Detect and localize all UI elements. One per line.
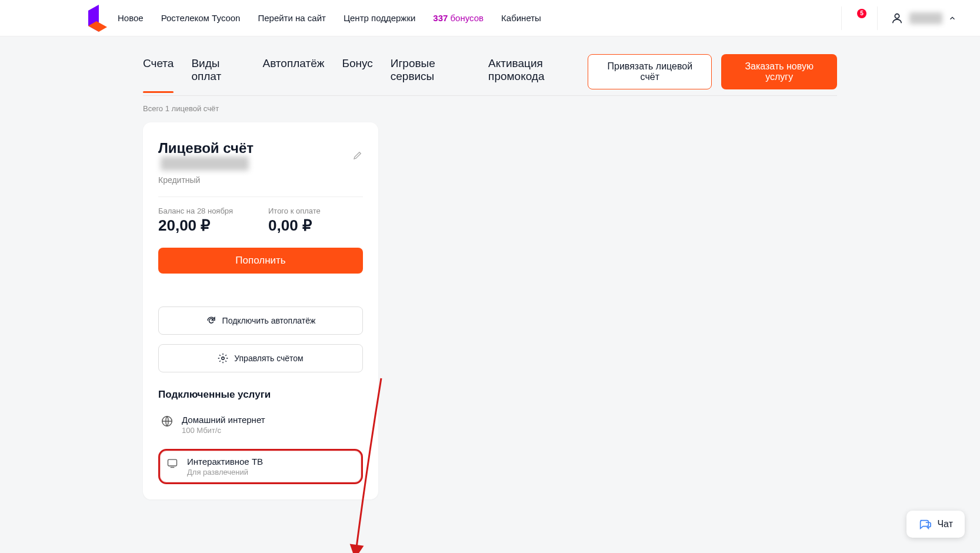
tabs-row: Счета Виды оплат Автоплатёж Бонус Игровы…: [143, 36, 837, 96]
chevron-up-icon: [948, 14, 956, 22]
notifications-button[interactable]: 5: [841, 6, 878, 30]
user-icon: [891, 12, 904, 25]
card-title-prefix: Лицевой счёт: [158, 140, 254, 156]
nav-support[interactable]: Центр поддержки: [344, 13, 415, 23]
connect-autopay-button[interactable]: Подключить автоплатёж: [158, 307, 363, 335]
topup-button[interactable]: Пополнить: [158, 248, 363, 274]
manage-account-label: Управлять счётом: [234, 354, 303, 363]
globe-icon: [161, 415, 174, 428]
card-title: Лицевой счёт: [158, 140, 348, 173]
logo[interactable]: [88, 5, 107, 32]
profile-menu[interactable]: [891, 12, 956, 25]
bonus-count: 337: [433, 13, 448, 23]
balance-block: Баланс на 28 ноября 20,00 ₽: [158, 206, 233, 235]
top-right: 5: [841, 6, 956, 30]
gear-icon: [218, 353, 228, 364]
chat-icon: [918, 518, 931, 531]
tab-promo[interactable]: Активация промокода: [488, 57, 588, 92]
service-internet[interactable]: Домашний интернет 100 Мбит/с: [158, 411, 363, 438]
svg-rect-3: [168, 459, 177, 466]
due-block: Итого к оплате 0,00 ₽: [268, 206, 321, 235]
account-type: Кредитный: [158, 175, 363, 185]
logo-icon: [88, 5, 107, 32]
balance-label: Баланс на 28 ноября: [158, 206, 233, 215]
link-account-button[interactable]: Привязать лицевой счёт: [588, 54, 712, 89]
refresh-icon: [206, 315, 216, 326]
due-value: 0,00 ₽: [268, 216, 321, 235]
tabs: Счета Виды оплат Автоплатёж Бонус Игровы…: [143, 57, 588, 92]
chat-label: Чат: [937, 519, 953, 529]
service-tv-text: Интерактивное ТВ Для развлечений: [187, 457, 263, 477]
nav-new[interactable]: Новое: [118, 13, 144, 23]
profile-name-redacted: [909, 12, 942, 24]
accounts-count-label: Всего 1 лицевой счёт: [143, 104, 837, 113]
balance-row: Баланс на 28 ноября 20,00 ₽ Итого к опла…: [158, 206, 363, 235]
tab-autopay[interactable]: Автоплатёж: [263, 57, 325, 92]
tab-payment-types[interactable]: Виды оплат: [191, 57, 245, 92]
header-actions: Привязать лицевой счёт Заказать новую ус…: [588, 54, 837, 95]
service-internet-text: Домашний интернет 100 Мбит/с: [182, 415, 265, 435]
chat-widget[interactable]: Чат: [906, 511, 965, 538]
card-title-row: Лицевой счёт: [158, 140, 363, 173]
edit-account-button[interactable]: [352, 150, 363, 163]
tab-accounts[interactable]: Счета: [143, 57, 174, 92]
service-tv[interactable]: Интерактивное ТВ Для развлечений: [158, 449, 363, 484]
account-number-redacted: [161, 156, 249, 171]
tab-game-services[interactable]: Игровые сервисы: [391, 57, 471, 92]
notifications-badge: 5: [857, 9, 866, 18]
top-nav: Новое Ростелеком Tycoon Перейти на сайт …: [118, 13, 541, 23]
account-card: Лицевой счёт Кредитный Баланс на 28 нояб…: [143, 122, 378, 499]
svg-point-0: [895, 14, 899, 18]
top-bar: Новое Ростелеком Tycoon Перейти на сайт …: [0, 0, 980, 36]
nav-tycoon[interactable]: Ростелеком Tycoon: [161, 13, 241, 23]
divider: [158, 196, 363, 197]
manage-account-button[interactable]: Управлять счётом: [158, 344, 363, 372]
due-label: Итого к оплате: [268, 206, 321, 215]
service-tv-sub: Для развлечений: [187, 468, 263, 477]
nav-cabinets[interactable]: Кабинеты: [501, 13, 541, 23]
order-service-button[interactable]: Заказать новую услугу: [721, 54, 837, 89]
balance-value: 20,00 ₽: [158, 216, 233, 235]
pencil-icon: [352, 150, 363, 161]
services-title: Подключенные услуги: [158, 389, 363, 401]
tab-bonus[interactable]: Бонус: [342, 57, 372, 92]
bonus-word: бонусов: [451, 13, 484, 23]
nav-goto-site[interactable]: Перейти на сайт: [258, 13, 326, 23]
connect-autopay-label: Подключить автоплатёж: [222, 316, 316, 325]
page-content: Счета Виды оплат Автоплатёж Бонус Игровы…: [125, 36, 855, 499]
service-tv-name: Интерактивное ТВ: [187, 457, 263, 467]
service-internet-name: Домашний интернет: [182, 415, 265, 425]
svg-point-1: [222, 357, 225, 360]
nav-bonus[interactable]: 337 бонусов: [433, 13, 484, 23]
tv-icon: [166, 457, 179, 469]
service-internet-sub: 100 Мбит/с: [182, 426, 265, 435]
